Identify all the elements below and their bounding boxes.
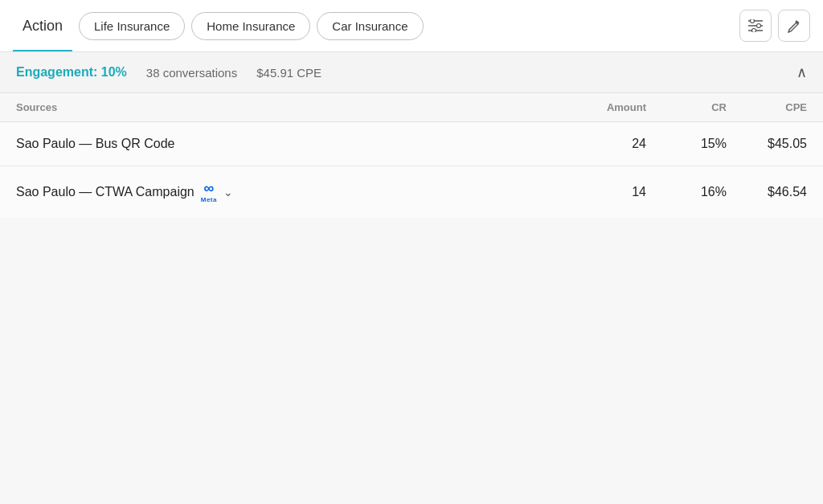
edit-button[interactable] — [778, 10, 810, 42]
col-sources: Sources — [16, 101, 550, 113]
row-expand-chevron[interactable]: ⌄ — [223, 186, 233, 199]
source-name-2: Sao Paulo — CTWA Campaign — [16, 185, 194, 199]
source-cell-1: Sao Paulo — Bus QR Code — [16, 137, 550, 151]
meta-text: Meta — [201, 196, 217, 203]
cpe-cell-1: $45.05 — [727, 137, 807, 151]
table-header: Sources Amount CR CPE — [0, 93, 823, 122]
amount-cell-2: 14 — [550, 185, 646, 199]
table-row: Sao Paulo — Bus QR Code 24 15% $45.05 — [0, 122, 823, 166]
filter-button[interactable] — [739, 10, 772, 42]
collapse-button[interactable]: ∧ — [796, 64, 807, 81]
source-name-1: Sao Paulo — Bus QR Code — [16, 137, 174, 151]
source-cell-2: Sao Paulo — CTWA Campaign ∞ Meta ⌄ — [16, 181, 550, 203]
main-container: Action Life Insurance Home Insurance Car… — [0, 0, 823, 504]
tab-action[interactable]: Action — [13, 11, 72, 41]
cpe-cell-2: $46.54 — [727, 185, 807, 199]
table-row: Sao Paulo — CTWA Campaign ∞ Meta ⌄ 14 16… — [0, 166, 823, 218]
cpe-stat: $45.91 CPE — [256, 66, 321, 80]
col-cpe: CPE — [727, 101, 807, 113]
col-amount: Amount — [550, 101, 646, 113]
table-section: Sources Amount CR CPE Sao Paulo — Bus QR… — [0, 93, 823, 504]
engagement-row: Engagement: 10% 38 conversations $45.91 … — [0, 52, 823, 93]
col-cr: CR — [646, 101, 727, 113]
amount-cell-1: 24 — [550, 137, 646, 151]
svg-point-5 — [752, 29, 756, 33]
conversations-stat: 38 conversations — [146, 66, 237, 80]
cr-cell-2: 16% — [646, 185, 727, 199]
svg-point-3 — [751, 19, 755, 23]
tab-life-insurance[interactable]: Life Insurance — [79, 12, 185, 40]
meta-loops-symbol: ∞ — [203, 181, 214, 195]
tab-car-insurance[interactable]: Car Insurance — [317, 12, 423, 40]
tab-home-insurance[interactable]: Home Insurance — [191, 12, 310, 40]
meta-icon: ∞ Meta — [201, 181, 217, 203]
cr-cell-1: 15% — [646, 137, 727, 151]
toolbar-icons — [739, 10, 810, 42]
svg-point-4 — [757, 24, 761, 28]
engagement-label: Engagement: 10% — [16, 65, 127, 80]
tab-bar: Action Life Insurance Home Insurance Car… — [0, 0, 823, 52]
